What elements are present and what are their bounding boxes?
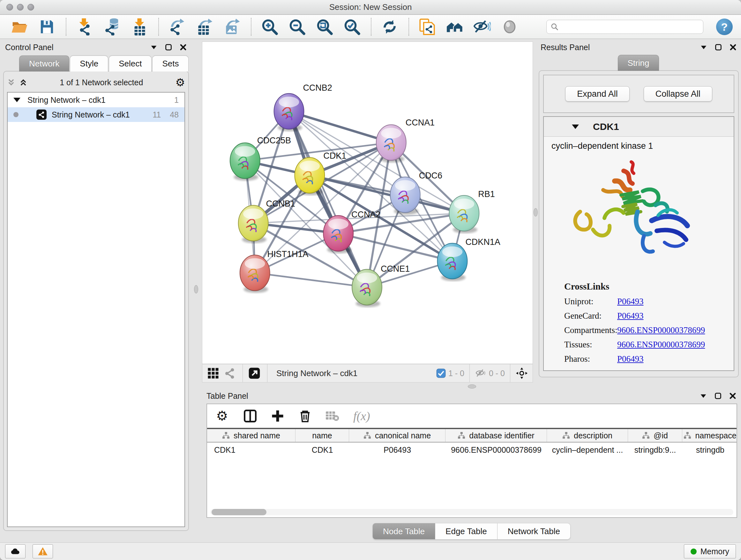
column-header-shared-name[interactable]: shared name [207, 429, 295, 442]
search-input[interactable] [561, 22, 699, 31]
table-horizontal-scrollbar[interactable] [210, 509, 733, 515]
minimize-window-button[interactable] [17, 4, 23, 10]
birdseye-navigator-icon[interactable] [516, 368, 528, 379]
network-row-selected[interactable]: String Network – cdk1 11 48 [8, 107, 185, 122]
network-view-canvas[interactable]: CCNB2CCNA1CDC25BCDK1CDC6RB1CCNB1CCNA2CDK… [202, 42, 533, 364]
float-panel-icon[interactable] [715, 44, 722, 51]
refresh-layout-icon[interactable] [381, 18, 398, 36]
float-panel-icon[interactable] [714, 392, 722, 400]
delete-table-icon[interactable] [326, 409, 339, 423]
network-node-cdc6[interactable]: CDC6 [390, 171, 442, 215]
tab-select[interactable]: Select [109, 56, 151, 71]
gene-card-caret-icon[interactable] [572, 125, 579, 129]
import-table-icon[interactable] [131, 18, 148, 36]
close-panel-icon[interactable] [729, 44, 737, 51]
crosslink-value-link[interactable]: P06493 [617, 354, 644, 364]
table-cell[interactable]: 9606.ENSP00000378699 [446, 445, 547, 455]
tab-style[interactable]: Style [70, 56, 108, 71]
show-grid-icon[interactable] [207, 368, 219, 379]
close-panel-icon[interactable] [179, 44, 187, 51]
tab-string[interactable]: String [618, 55, 659, 71]
close-panel-icon[interactable] [729, 392, 737, 400]
export-image-icon[interactable] [223, 18, 241, 36]
crosslink-value-link[interactable]: P06493 [617, 297, 644, 307]
collapse-all-button[interactable]: Collapse All [644, 86, 712, 102]
tab-edge-table[interactable]: Edge Table [435, 523, 497, 540]
crosslink-value-link[interactable]: P06493 [617, 311, 644, 321]
import-database-icon[interactable] [104, 18, 121, 36]
tab-network-table[interactable]: Network Table [497, 523, 570, 540]
column-header-namespace[interactable]: namespace [682, 429, 737, 442]
network-edge[interactable] [255, 273, 367, 287]
delete-column-icon[interactable] [298, 409, 312, 423]
column-header-canonical-name[interactable]: canonical name [349, 429, 446, 442]
network-node-rb1[interactable]: RB1 [449, 189, 495, 233]
open-session-icon[interactable] [11, 18, 28, 36]
network-file-icon[interactable] [419, 18, 436, 36]
network-collection-row[interactable]: String Network – cdk1 1 [8, 92, 185, 107]
table-cell[interactable]: cyclin–dependent ... [547, 445, 628, 455]
panel-menu-icon[interactable] [699, 392, 707, 400]
zoom-out-icon[interactable] [288, 18, 306, 36]
float-panel-icon[interactable] [165, 44, 172, 51]
export-table-icon[interactable] [196, 18, 213, 36]
import-network-icon[interactable] [76, 18, 93, 36]
crosslink-row: Pharos:P06493 [564, 352, 734, 366]
warnings-button[interactable] [32, 544, 53, 558]
zoom-fit-icon[interactable] [316, 18, 333, 36]
open-in-window-icon[interactable] [249, 368, 260, 379]
add-column-icon[interactable] [271, 409, 284, 423]
table-settings-gear-icon[interactable]: ⚙ [216, 409, 229, 423]
collapse-all-icon[interactable] [7, 78, 15, 86]
crosslink-value-link[interactable]: 9606.ENSP00000378699 [617, 325, 705, 335]
table-cell[interactable]: stringdb:9... [628, 445, 682, 455]
tab-sets[interactable]: Sets [152, 56, 189, 71]
export-network-icon[interactable] [169, 18, 186, 36]
table-cell[interactable]: CDK1 [295, 445, 349, 455]
scrollbar-thumb[interactable] [212, 509, 266, 515]
tab-node-table[interactable]: Node Table [373, 523, 435, 540]
crosslink-value-link[interactable]: 9606.ENSP00000378699 [617, 340, 705, 350]
selected-nodes-checkbox-icon[interactable] [436, 368, 446, 378]
network-edge[interactable] [289, 111, 367, 287]
network-graph[interactable]: CCNB2CCNA1CDC25BCDK1CDC6RB1CCNB1CCNA2CDK… [202, 42, 533, 363]
right-splitter-handle[interactable] [534, 208, 538, 216]
network-options-gear-icon[interactable]: ⚙ [176, 77, 185, 88]
column-header--id[interactable]: @id [628, 429, 682, 442]
show-columns-icon[interactable] [244, 409, 257, 423]
hidden-elements-eye-icon[interactable] [475, 368, 486, 378]
panel-menu-icon[interactable] [700, 44, 708, 51]
expand-all-icon[interactable] [19, 78, 27, 86]
gene-card-header[interactable]: CDK1 [544, 117, 734, 137]
column-header-description[interactable]: description [547, 429, 628, 442]
network-edge[interactable] [289, 111, 391, 143]
table-cell[interactable]: CDK1 [207, 445, 295, 455]
network-share-icon[interactable] [224, 368, 235, 379]
close-window-button[interactable] [6, 4, 13, 10]
hide-panel-eye-icon[interactable] [474, 18, 491, 36]
left-splitter-handle[interactable] [194, 285, 198, 294]
show-eye-icon[interactable] [501, 18, 518, 36]
function-builder-icon[interactable]: f(x) [353, 409, 370, 423]
expand-all-button[interactable]: Expand All [565, 86, 630, 102]
network-node-cdkn1a[interactable]: CDKN1A [437, 237, 500, 281]
home-pages-icon[interactable] [446, 18, 463, 36]
collection-expand-caret-icon[interactable] [13, 98, 20, 102]
cloud-status-button[interactable] [5, 544, 25, 558]
tab-network[interactable]: Network [19, 56, 69, 71]
network-node-ccne1[interactable]: CCNE1 [352, 264, 410, 307]
table-row[interactable]: CDK1CDK1P064939606.ENSP00000378699cyclin… [207, 442, 737, 457]
memory-button[interactable]: Memory [684, 544, 736, 558]
horizontal-splitter-handle[interactable] [468, 384, 476, 388]
table-cell[interactable]: P06493 [349, 445, 446, 455]
table-cell[interactable]: stringdb [682, 445, 737, 455]
zoom-in-icon[interactable] [261, 18, 278, 36]
maximize-window-button[interactable] [27, 4, 34, 10]
panel-menu-icon[interactable] [150, 44, 158, 51]
column-header-name[interactable]: name [295, 429, 349, 442]
zoom-selected-icon[interactable] [343, 18, 360, 36]
network-node-hist1h1a[interactable]: HIST1H1A [240, 249, 309, 293]
help-icon[interactable]: ? [716, 18, 733, 35]
column-header-database-identifier[interactable]: database identifier [446, 429, 547, 442]
save-session-icon[interactable] [38, 18, 56, 36]
